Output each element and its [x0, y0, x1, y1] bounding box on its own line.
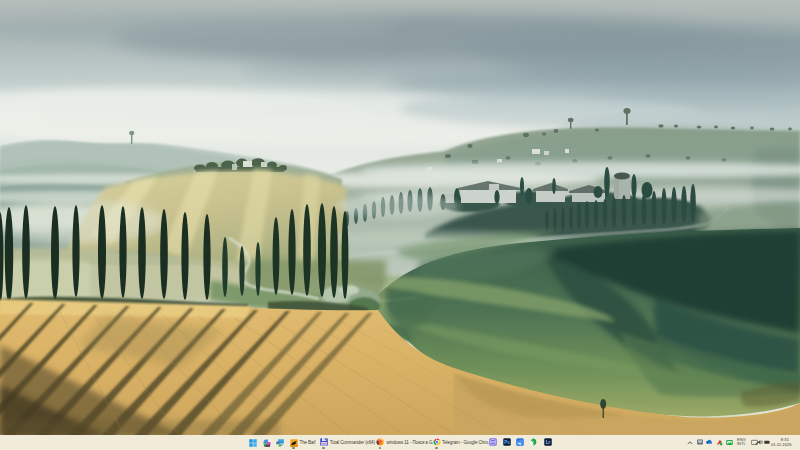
svg-text:Ps: Ps: [504, 440, 510, 445]
svg-text:Lr: Lr: [545, 440, 550, 445]
